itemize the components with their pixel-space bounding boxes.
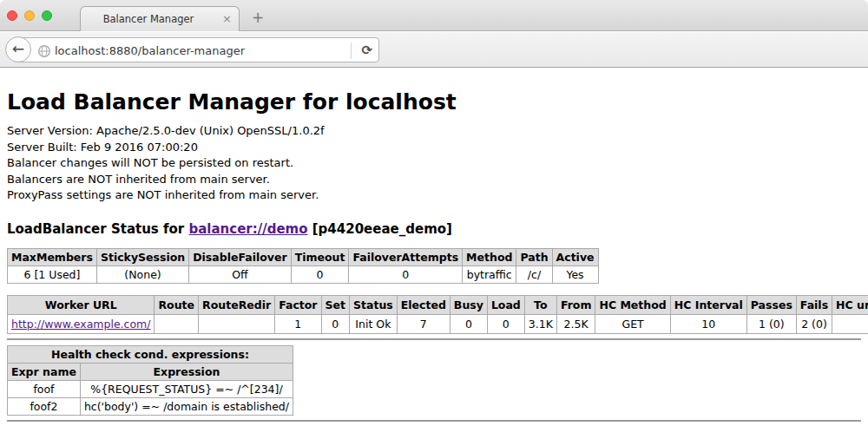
table-row: http://www.example.com/ 1 0 Init Ok 7 0 …: [8, 314, 868, 333]
col-disablefailover: DisableFailover: [189, 248, 291, 265]
window-minimize-button[interactable]: [24, 10, 35, 21]
page-content: Load Balancer Manager for localhost Serv…: [0, 69, 868, 426]
table-header-row: Expr name Expression: [8, 363, 293, 380]
page-title: Load Balancer Manager for localhost: [7, 89, 861, 115]
col-stickysession: StickySession: [96, 248, 188, 265]
table-row: 6 [1 Used] (None) Off 0 0 bytraffic /c/ …: [8, 265, 599, 283]
cell-hc-uri: [832, 314, 868, 333]
tab-close-icon[interactable]: ×: [222, 12, 232, 25]
cell-to: 3.1K: [524, 314, 556, 333]
col-method: Method: [463, 248, 516, 265]
cell-elected: 7: [397, 314, 450, 333]
cell-timeout: 0: [291, 265, 349, 283]
table-header-row: Worker URL Route RouteRedir Factor Set S…: [8, 295, 868, 314]
cell-from: 2.5K: [556, 314, 595, 333]
browser-window: Balancer Manager × + ← localhost:8880/ba…: [0, 0, 868, 426]
inherit-notice-line: Balancers are NOT inherited from main se…: [7, 172, 861, 188]
cell-fails: 2 (0): [796, 314, 832, 333]
col-hc-uri: HC uri: [832, 295, 868, 314]
col-route: Route: [155, 295, 199, 314]
table-row: foof %{REQUEST_STATUS} =~ /^[234]/: [8, 380, 293, 397]
worker-url-link[interactable]: http://www.example.com/: [11, 318, 150, 331]
section-divider: [7, 338, 861, 340]
table-title-row: Health check cond. expressions:: [8, 345, 293, 363]
cell-maxmembers: 6 [1 Used]: [8, 265, 97, 283]
url-bar[interactable]: localhost:8880/balancer-manager ⟳: [17, 37, 379, 62]
window-close-button[interactable]: [7, 10, 17, 21]
persist-notice-line: Balancer changes will NOT be persisted o…: [7, 155, 861, 172]
col-hc-interval: HC Interval: [670, 295, 746, 314]
status-heading-suffix: [p4420eeae_demo]: [308, 221, 452, 237]
col-set: Set: [321, 295, 349, 314]
balancer-demo-link[interactable]: balancer://demo: [188, 221, 307, 237]
col-factor: Factor: [275, 295, 321, 314]
cell-route: [155, 314, 199, 333]
tab-title: Balancer Manager: [81, 13, 216, 25]
cell-method: bytraffic: [463, 265, 516, 283]
col-failoverattempts: FailoverAttempts: [349, 248, 463, 265]
cell-hc-method: GET: [595, 314, 670, 333]
health-check-table: Health check cond. expressions: Expr nam…: [7, 345, 293, 416]
cell-expression: hc('body') =~ /domain is established/: [80, 397, 293, 415]
cell-expression: %{REQUEST_STATUS} =~ /^[234]/: [80, 380, 293, 397]
loadbalancer-status-heading: LoadBalancer Status for balancer://demo …: [7, 221, 861, 237]
col-expr-name: Expr name: [8, 363, 81, 380]
cell-path: /c/: [516, 265, 552, 283]
col-active: Active: [552, 248, 598, 265]
col-passes: Passes: [746, 295, 796, 314]
col-busy: Busy: [450, 295, 487, 314]
col-routeredir: RouteRedir: [199, 295, 275, 314]
col-to: To: [524, 295, 556, 314]
cell-status: Init Ok: [350, 314, 398, 333]
cell-active: Yes: [552, 265, 598, 283]
cell-hc-interval: 10: [670, 314, 746, 333]
cell-expr-name: foof: [8, 380, 81, 397]
window-zoom-button[interactable]: [42, 10, 52, 21]
globe-icon: [37, 44, 51, 62]
page-bottom-divider: [7, 420, 861, 422]
col-timeout: Timeout: [291, 248, 349, 265]
col-expression: Expression: [80, 363, 293, 380]
tab-balancer-manager[interactable]: Balancer Manager ×: [80, 6, 240, 31]
col-load: Load: [487, 295, 524, 314]
titlebar: Balancer Manager × +: [0, 0, 868, 31]
back-button[interactable]: ←: [5, 36, 31, 62]
col-hc-method: HC Method: [595, 295, 670, 314]
new-tab-button[interactable]: +: [252, 9, 264, 26]
server-info: Server Version: Apache/2.5.0-dev (Unix) …: [7, 123, 861, 204]
worker-status-table: Worker URL Route RouteRedir Factor Set S…: [7, 295, 868, 334]
col-elected: Elected: [397, 295, 450, 314]
cell-worker-url: http://www.example.com/: [8, 314, 155, 333]
cell-passes: 1 (0): [746, 314, 796, 333]
table-header-row: MaxMembers StickySession DisableFailover…: [8, 248, 599, 265]
server-built-line: Server Built: Feb 9 2016 07:00:20: [7, 140, 861, 156]
table-row: foof2 hc('body') =~ /domain is establish…: [8, 397, 293, 415]
navigation-toolbar: ← localhost:8880/balancer-manager ⟳ ☆ ▤: [0, 32, 868, 68]
balancer-status-table: MaxMembers StickySession DisableFailover…: [7, 248, 599, 284]
cell-disablefailover: Off: [189, 265, 291, 283]
cell-factor: 1: [275, 314, 321, 333]
col-status: Status: [350, 295, 398, 314]
col-maxmembers: MaxMembers: [8, 248, 97, 265]
cell-failoverattempts: 0: [349, 265, 463, 283]
urlbar-divider: [351, 43, 352, 59]
server-version-line: Server Version: Apache/2.5.0-dev (Unix) …: [7, 123, 861, 140]
health-table-title: Health check cond. expressions:: [8, 345, 293, 363]
col-fails: Fails: [796, 295, 832, 314]
col-path: Path: [516, 248, 552, 265]
back-icon: ←: [12, 40, 24, 57]
cell-busy: 0: [450, 314, 487, 333]
cell-set: 0: [321, 314, 349, 333]
cell-stickysession: (None): [96, 265, 188, 283]
proxypass-notice-line: ProxyPass settings are NOT inherited fro…: [7, 187, 861, 204]
cell-load: 0: [487, 314, 524, 333]
url-text[interactable]: localhost:8880/balancer-manager: [55, 44, 245, 57]
col-worker-url: Worker URL: [8, 295, 155, 314]
status-heading-prefix: LoadBalancer Status for: [7, 221, 188, 237]
cell-routeredir: [199, 314, 275, 333]
cell-expr-name: foof2: [8, 397, 81, 415]
reload-icon[interactable]: ⟳: [361, 43, 372, 58]
col-from: From: [556, 295, 595, 314]
